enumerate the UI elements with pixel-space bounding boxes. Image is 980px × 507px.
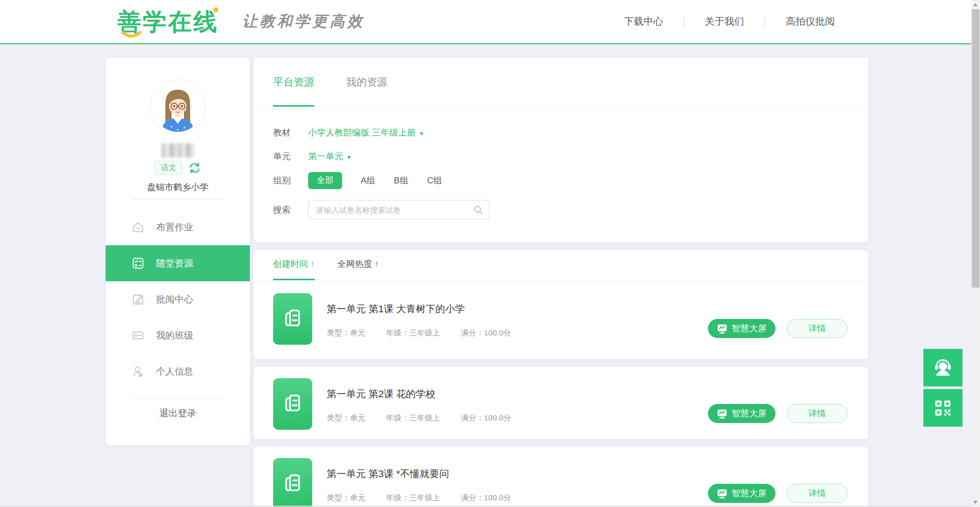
- meta-grade-label: 年级：: [386, 328, 409, 337]
- smart-screen-label: 智慧大屏: [732, 487, 767, 499]
- qr-code-icon: [933, 398, 953, 418]
- unit-dropdown[interactable]: 第一单元▼: [308, 150, 352, 162]
- resource-meta: 类型：单元 年级：三年级上 满分：100.0分: [327, 413, 694, 423]
- subject-badge: 语文: [155, 161, 182, 175]
- unit-label: 单元: [273, 150, 308, 162]
- logo-dot-icon: [213, 7, 218, 12]
- search-box: [308, 200, 489, 219]
- arrow-up-icon: ↑: [375, 259, 379, 269]
- person-icon: [131, 365, 145, 378]
- class-card-icon: [131, 329, 145, 342]
- chevron-down-icon: ▼: [419, 130, 425, 137]
- sidebar-item-assign-homework[interactable]: 布置作业: [106, 209, 250, 245]
- logo-smile-icon: [121, 31, 142, 39]
- meta-grade-value: 三年级上: [409, 493, 440, 502]
- sidebar-item-review-center[interactable]: 批阅中心: [106, 281, 250, 317]
- sidebar-item-my-classes[interactable]: 我的班级: [106, 317, 250, 353]
- tab-platform-resources[interactable]: 平台资源: [273, 75, 314, 107]
- sidebar: 语文 盘锦市鹤乡小学 布置作业 随堂资源: [106, 58, 250, 445]
- resource-meta: 类型：单元 年级：三年级上 满分：100.0分: [327, 328, 694, 338]
- meta-type-value: 单元: [350, 413, 365, 422]
- scroll-up-arrow[interactable]: [973, 3, 977, 6]
- meta-score-label: 满分：: [461, 493, 484, 502]
- group-label: 组别: [273, 175, 308, 187]
- smart-screen-button[interactable]: 智慧大屏: [708, 319, 775, 338]
- avatar: [150, 79, 206, 135]
- resource-item-row: 第一单元 第3课 *不懂就要问 类型：单元 年级：三年级上 满分：100.0分 …: [273, 457, 848, 507]
- resource-title: 第一单元 第3课 *不懂就要问: [327, 467, 694, 481]
- smart-screen-button[interactable]: 智慧大屏: [708, 484, 775, 503]
- resource-filter-card: 平台资源 我的资源 教材 小学人教部编版 三年级上册▼ 单元 第一单元▼ 组别 …: [254, 58, 868, 242]
- resource-item-text: 第一单元 第3课 *不懂就要问 类型：单元 年级：三年级上 满分：100.0分: [327, 465, 694, 503]
- sidebar-item-label: 我的班级: [156, 329, 193, 342]
- tab-my-resources[interactable]: 我的资源: [346, 75, 387, 107]
- smart-screen-label: 智慧大屏: [732, 323, 767, 334]
- resource-list-card: 创建时间↑ 全网热度↑ 第一单元 第1课 大青树下的小学 类型：单元 年级：三年…: [254, 250, 868, 359]
- sidebar-item-classroom-resources[interactable]: 随堂资源: [106, 245, 250, 281]
- chevron-down-icon: ▼: [346, 154, 352, 160]
- meta-type-label: 类型：: [327, 493, 350, 502]
- smart-screen-button[interactable]: 智慧大屏: [708, 404, 775, 423]
- group-options: 全部 A组 B组 C组: [308, 172, 442, 189]
- subject-row: 语文: [106, 161, 250, 175]
- sidebar-divider: [130, 199, 225, 199]
- meta-grade-label: 年级：: [386, 493, 409, 502]
- unit-value: 第一单元: [308, 151, 343, 161]
- nav-download-center[interactable]: 下载中心: [603, 15, 684, 28]
- meta-score-value: 100.0分: [484, 493, 511, 502]
- teacher-avatar-illustration: [152, 81, 204, 133]
- meta-score-value: 100.0分: [484, 328, 511, 337]
- resource-title: 第一单元 第1课 大青树下的小学: [327, 302, 694, 316]
- nav-about-us[interactable]: 关于我们: [684, 15, 765, 28]
- monitor-chart-icon: [717, 323, 728, 334]
- switch-subject-icon[interactable]: [189, 162, 201, 174]
- exam-paper-icon: [273, 293, 312, 345]
- slogan: 让教和学更高效: [242, 11, 365, 32]
- logout-button[interactable]: 退出登录: [106, 407, 250, 419]
- resource-actions: 智慧大屏 详情: [708, 484, 848, 503]
- search-input[interactable]: [308, 200, 489, 219]
- sidebar-item-label: 个人信息: [156, 365, 193, 378]
- sidebar-item-label: 随堂资源: [156, 257, 193, 269]
- sort-by-popularity[interactable]: 全网热度↑: [337, 258, 379, 280]
- meta-score-label: 满分：: [461, 413, 484, 422]
- meta-score-value: 100.0分: [484, 413, 511, 422]
- group-option-c[interactable]: C组: [427, 175, 442, 187]
- detail-button[interactable]: 详情: [787, 319, 848, 338]
- group-option-b[interactable]: B组: [394, 175, 408, 187]
- detail-button[interactable]: 详情: [787, 484, 848, 503]
- detail-button[interactable]: 详情: [787, 404, 848, 423]
- school-name: 盘锦市鹤乡小学: [106, 181, 250, 193]
- search-label: 搜索: [273, 204, 308, 216]
- nav-scanner-review[interactable]: 高拍仪批阅: [765, 15, 855, 28]
- top-header: 善学在线 让教和学更高效 下载中心 关于我们 高拍仪批阅: [0, 0, 980, 44]
- checklist-icon: [131, 257, 145, 270]
- qr-code-button[interactable]: [923, 389, 962, 427]
- resource-actions: 智慧大屏 详情: [708, 319, 848, 338]
- meta-type-label: 类型：: [327, 413, 350, 422]
- top-nav: 下载中心 关于我们 高拍仪批阅: [603, 0, 855, 43]
- search-icon[interactable]: [473, 205, 483, 215]
- sort-by-create-time[interactable]: 创建时间↑: [273, 258, 315, 280]
- resource-title: 第一单元 第2课 花的学校: [327, 387, 694, 401]
- sidebar-item-personal-info[interactable]: 个人信息: [106, 353, 250, 390]
- customer-service-icon: [932, 357, 954, 379]
- group-option-a[interactable]: A组: [361, 175, 375, 187]
- tabs-divider: [254, 109, 868, 110]
- meta-type-value: 单元: [350, 493, 365, 502]
- customer-service-button[interactable]: [923, 349, 962, 386]
- sort-tabs: 创建时间↑ 全网热度↑: [273, 258, 379, 280]
- meta-type-label: 类型：: [327, 328, 350, 337]
- scroll-down-arrow[interactable]: [973, 501, 977, 504]
- textbook-label: 教材: [273, 127, 308, 139]
- sidebar-menu: 布置作业 随堂资源 批阅中心 我的班级: [106, 209, 250, 390]
- sidebar-item-label: 布置作业: [156, 221, 193, 233]
- scrollbar-thumb[interactable]: [972, 9, 979, 288]
- textbook-value: 小学人教部编版 三年级上册: [308, 128, 416, 138]
- exam-paper-icon: [273, 378, 312, 430]
- resource-actions: 智慧大屏 详情: [708, 404, 848, 423]
- meta-grade-value: 三年级上: [409, 328, 440, 337]
- textbook-dropdown[interactable]: 小学人教部编版 三年级上册▼: [308, 127, 425, 139]
- group-option-all[interactable]: 全部: [308, 172, 342, 189]
- meta-grade-value: 三年级上: [409, 413, 440, 422]
